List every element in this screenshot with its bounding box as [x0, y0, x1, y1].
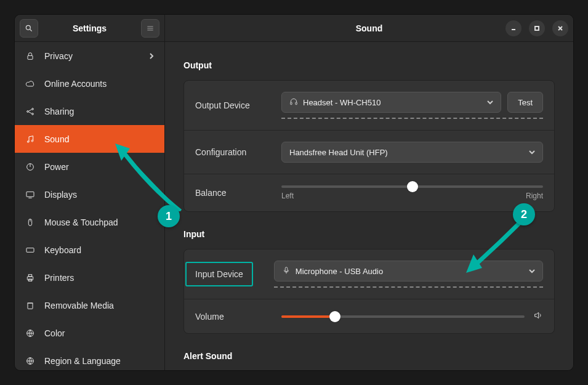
input-panel: Input Device Microphone - USB Audio: [183, 249, 555, 334]
sidebar-item-label: Online Accounts: [44, 79, 107, 89]
removable-media-icon: [25, 300, 36, 311]
svg-point-16: [31, 140, 33, 142]
balance-label: Balance: [195, 188, 281, 198]
input-device-value: Microphone - USB Audio: [296, 267, 524, 276]
svg-rect-30: [28, 303, 33, 309]
svg-marker-38: [535, 312, 539, 318]
sidebar-item-label: Printers: [44, 273, 74, 283]
balance-slider[interactable]: [281, 185, 543, 188]
power-icon: [25, 161, 36, 172]
sidebar-item-keyboard[interactable]: Keyboard: [15, 236, 164, 264]
test-output-button[interactable]: Test: [507, 92, 543, 113]
svg-rect-35: [296, 102, 297, 105]
sidebar-item-label: Sound: [44, 134, 69, 144]
svg-rect-23: [26, 248, 34, 252]
volume-icon: [533, 310, 543, 322]
chevron-down-icon: [529, 266, 535, 276]
svg-line-13: [28, 109, 31, 111]
window-maximize-button[interactable]: [529, 20, 545, 36]
content-area: Output Output Device Headset - WH-CH510: [165, 42, 573, 370]
svg-point-15: [27, 140, 29, 142]
input-device-label: Input Device: [195, 269, 243, 279]
sidebar-item-label: Mouse & Touchpad: [44, 217, 118, 227]
sidebar-item-color[interactable]: Color: [15, 319, 164, 347]
sidebar-item-region-language[interactable]: Region & Language: [15, 347, 164, 370]
page-title: Sound: [356, 23, 383, 33]
lock-icon: [25, 51, 36, 62]
mouse-icon: [25, 217, 36, 228]
svg-rect-27: [27, 277, 33, 280]
music-icon: [25, 134, 36, 145]
output-level-meter: [281, 118, 543, 119]
app-title: Settings: [38, 23, 141, 33]
config-value: Handsfree Head Unit (HFP): [289, 148, 524, 157]
svg-line-14: [28, 111, 31, 113]
svg-point-12: [32, 113, 34, 115]
sidebar-item-label: Privacy: [44, 51, 73, 61]
input-volume-slider[interactable]: [281, 315, 525, 318]
sidebar-item-label: Keyboard: [44, 245, 81, 255]
input-level-meter: [274, 286, 543, 288]
headset-icon: [289, 97, 298, 108]
input-device-dropdown[interactable]: Microphone - USB Audio: [274, 261, 543, 282]
balance-left-label: Left: [281, 192, 294, 200]
search-button[interactable]: [20, 19, 38, 38]
chevron-right-icon: [148, 51, 155, 61]
balance-right-label: Right: [526, 192, 543, 200]
sidebar-item-privacy[interactable]: Privacy: [15, 42, 164, 70]
chevron-down-icon: [487, 97, 493, 107]
cloud-icon: [25, 78, 36, 89]
sidebar-item-label: Removable Media: [44, 301, 114, 310]
input-section-title: Input: [183, 229, 555, 239]
sidebar-item-power[interactable]: Power: [15, 153, 164, 180]
window-close-button[interactable]: [552, 20, 568, 36]
keyboard-icon: [25, 245, 36, 256]
sidebar-item-mouse-touchpad[interactable]: Mouse & Touchpad: [15, 208, 164, 236]
sidebar-item-label: Color: [44, 328, 65, 338]
output-panel: Output Device Headset - WH-CH510 Tes: [183, 80, 555, 212]
chevron-down-icon: [529, 147, 535, 157]
svg-point-0: [26, 25, 30, 30]
microphone-icon: [282, 266, 291, 277]
sidebar-item-printers[interactable]: Printers: [15, 264, 164, 291]
sidebar: Privacy Online Accounts Sharing Sound Po…: [15, 42, 165, 370]
svg-point-10: [27, 110, 29, 112]
svg-rect-28: [28, 274, 31, 276]
output-device-value: Headset - WH-CH510: [303, 98, 482, 107]
input-device-label-highlight: Input Device: [185, 262, 253, 286]
svg-rect-9: [28, 55, 33, 59]
printer-icon: [25, 272, 36, 283]
output-config-dropdown[interactable]: Handsfree Head Unit (HFP): [281, 142, 543, 163]
alert-sound-section-title: Alert Sound: [183, 351, 555, 361]
display-icon: [25, 189, 36, 200]
sidebar-item-label: Sharing: [44, 107, 74, 116]
sidebar-item-label: Power: [44, 162, 69, 172]
sidebar-item-sound[interactable]: Sound: [15, 125, 164, 153]
output-section-title: Output: [183, 60, 555, 70]
svg-line-1: [30, 29, 32, 31]
sidebar-item-displays[interactable]: Displays: [15, 180, 164, 208]
sidebar-item-label: Region & Language: [44, 356, 121, 366]
input-volume-label: Volume: [195, 312, 281, 322]
globe-icon: [25, 355, 36, 367]
window-minimize-button[interactable]: [505, 20, 522, 36]
svg-point-11: [32, 108, 34, 110]
sidebar-item-label: Displays: [44, 190, 77, 200]
output-device-label: Output Device: [195, 100, 281, 110]
svg-rect-6: [535, 26, 539, 30]
svg-rect-36: [285, 267, 288, 271]
share-icon: [25, 106, 36, 117]
sidebar-item-sharing[interactable]: Sharing: [15, 97, 164, 125]
svg-rect-34: [291, 102, 292, 105]
output-device-dropdown[interactable]: Headset - WH-CH510: [281, 92, 501, 113]
sidebar-item-removable-media[interactable]: Removable Media: [15, 291, 164, 319]
sidebar-item-online-accounts[interactable]: Online Accounts: [15, 70, 164, 97]
config-label: Configuration: [195, 147, 281, 157]
hamburger-menu-button[interactable]: [141, 19, 159, 38]
svg-rect-19: [26, 192, 34, 197]
color-icon: [25, 328, 36, 339]
